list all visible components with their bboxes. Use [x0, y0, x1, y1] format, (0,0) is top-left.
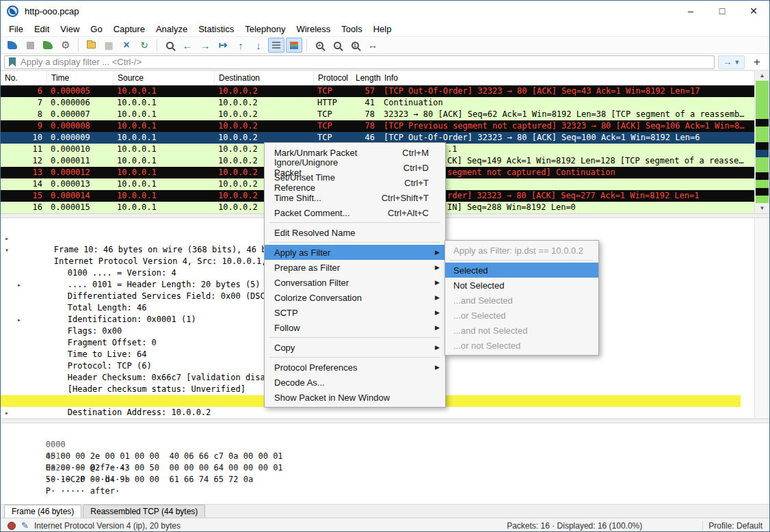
cell-time: 0.000015	[47, 202, 114, 213]
packet-row[interactable]: 7 0.000006 10.0.0.1 10.0.0.2 HTTP 41 Con…	[1, 97, 756, 109]
menu-item-packet-comment[interactable]: Packet Comment... Ctrl+Alt+C	[265, 205, 445, 220]
colorize-icon[interactable]	[286, 38, 302, 53]
menubar-item[interactable]: Tools	[336, 23, 367, 36]
menu-item-apply-as-filter[interactable]: Apply as Filter ▶	[265, 245, 445, 260]
submenu-item-not-selected[interactable]: Not Selected	[445, 278, 598, 293]
restart-capture-icon[interactable]	[40, 38, 56, 53]
save-file-icon[interactable]: ▦	[101, 38, 117, 53]
pane-splitter[interactable]	[1, 418, 769, 423]
go-to-packet-icon[interactable]: ↦	[215, 38, 231, 53]
cell-source: 10.0.0.1	[114, 167, 215, 178]
submenu-item-and-selected[interactable]: ...and Selected	[445, 293, 598, 308]
menu-item-show-packet-in-new-window[interactable]: Show Packet in New Window	[265, 390, 445, 405]
close-button[interactable]: ×	[738, 1, 769, 21]
open-file-icon[interactable]	[83, 38, 99, 53]
submenu-item-selected[interactable]: Selected	[445, 263, 598, 278]
reload-file-icon[interactable]: ↻	[136, 38, 152, 53]
capture-options-icon[interactable]: ⚙	[57, 38, 74, 53]
cell-source: 10.0.0.1	[114, 132, 215, 144]
menu-item-prepare-as-filter[interactable]: Prepare as Filter ▶	[265, 260, 445, 275]
filter-bookmark-icon[interactable]	[9, 57, 16, 67]
menu-item-time-shift[interactable]: Time Shift... Ctrl+Shift+T	[265, 190, 445, 205]
resize-columns-icon[interactable]: ↔	[364, 38, 381, 53]
menubar-item[interactable]: Telephony	[239, 23, 291, 36]
go-forward-icon[interactable]: →	[197, 38, 213, 53]
menu-item-protocol-preferences[interactable]: Protocol Preferences ▶	[265, 360, 445, 375]
capture-comment-icon[interactable]: ✎	[21, 520, 29, 531]
submenu-arrow-icon: ▶	[429, 309, 440, 316]
zoom-out-icon[interactable]: -	[329, 38, 345, 53]
column-header[interactable]: Protocol	[314, 71, 351, 85]
packet-list-scrollbar[interactable]: ▲ ▼	[754, 70, 769, 213]
cell-length: 57	[351, 85, 380, 97]
packet-bytes-pane: 0000 45 00 00 2e 00 01 00 00 40 06 66 c7…	[1, 423, 769, 504]
close-file-icon[interactable]: ×	[118, 38, 135, 53]
minimize-button[interactable]: –	[675, 1, 706, 21]
menubar-item[interactable]: Analyze	[150, 23, 193, 36]
magnifier-one-icon: 1	[351, 42, 359, 49]
go-first-packet-icon[interactable]: ↑	[233, 38, 249, 53]
expert-info-icon[interactable]	[8, 522, 16, 530]
column-header[interactable]: Time	[47, 71, 114, 85]
auto-scroll-icon[interactable]	[268, 38, 284, 53]
menu-item-sctp[interactable]: SCTP ▶	[265, 305, 445, 320]
column-header[interactable]: Source	[114, 71, 215, 85]
cell-source: 10.0.0.1	[114, 202, 215, 213]
menubar-item[interactable]: Edit	[29, 23, 55, 36]
scroll-down-icon[interactable]: ▼	[755, 203, 769, 213]
submenu-item-or-selected[interactable]: ...or Selected	[445, 308, 598, 323]
minimap-stripe	[756, 119, 769, 127]
intelligent-scrollbar-minimap[interactable]	[756, 81, 769, 203]
submenu-item-or-not-selected[interactable]: ...or not Selected	[445, 338, 598, 353]
column-header[interactable]: Destination	[215, 71, 314, 85]
scroll-up-icon[interactable]: ▲	[755, 70, 769, 81]
filter-apply-button[interactable]: → ▼	[718, 55, 745, 69]
go-back-icon[interactable]: ←	[179, 38, 196, 53]
maximize-button[interactable]: □	[706, 1, 738, 21]
chevron-down-icon: ▼	[734, 59, 740, 66]
submenu-header: Apply as Filter: ip.dst == 10.0.0.2	[445, 243, 598, 258]
cell-protocol: HTTP	[314, 97, 351, 109]
menubar-item[interactable]: View	[55, 23, 85, 36]
submenu-item-and-not-selected[interactable]: ...and not Selected	[445, 323, 598, 338]
menu-item-copy[interactable]: Copy ▶	[265, 340, 445, 355]
column-header[interactable]: Info	[380, 71, 756, 85]
column-header[interactable]: No.	[1, 71, 47, 85]
minimap-stripe	[756, 157, 769, 165]
add-filter-button-icon[interactable]: +	[748, 55, 766, 69]
menubar-item[interactable]: File	[3, 23, 29, 36]
magnifier-minus-icon: -	[334, 42, 341, 49]
status-profile[interactable]: Profile: Default	[708, 521, 762, 531]
menubar-item[interactable]: Capture	[108, 23, 150, 36]
menu-item-decode-as[interactable]: Decode As...	[265, 375, 445, 390]
minimap-stripe	[756, 150, 769, 157]
menu-item-edit-resolved-name[interactable]: Edit Resolved Name	[265, 225, 445, 240]
menubar-item[interactable]: Help	[368, 23, 397, 36]
menu-item-set-unset-time-reference[interactable]: Set/Unset Time Reference Ctrl+T	[265, 175, 445, 190]
hex-row[interactable]: 0000 45 00 00 2e 00 01 00 00 40 06 66 c7…	[6, 427, 769, 439]
detail-line[interactable]: ▸ [2 Reassembled TCP Segments (44 bytes)…	[1, 407, 741, 418]
display-filter-input[interactable]: Apply a display filter ... <Ctrl-/>	[4, 55, 715, 69]
packet-row[interactable]: 6 0.000005 10.0.0.1 10.0.0.2 TCP 57 [TCP…	[1, 85, 756, 97]
menu-item-colorize-conversation[interactable]: Colorize Conversation ▶	[265, 290, 445, 305]
start-capture-icon[interactable]	[4, 38, 21, 53]
gear-icon: ⚙	[61, 39, 70, 51]
go-last-packet-icon[interactable]: ↓	[250, 38, 267, 53]
menubar-item[interactable]: Go	[85, 23, 107, 36]
tab-frame[interactable]: Frame (46 bytes)	[4, 505, 81, 518]
hex-row[interactable]: 0010 0a 00 00 02 7e 43 00 50 00 00 00 64…	[6, 439, 769, 451]
zoom-in-icon[interactable]: +	[311, 38, 328, 53]
packet-row[interactable]: 8 0.000007 10.0.0.1 10.0.0.2 TCP 78 3232…	[1, 109, 756, 120]
cell-time: 0.000009	[47, 132, 114, 144]
menubar-item[interactable]: Statistics	[193, 23, 239, 36]
column-header[interactable]: Length	[351, 71, 380, 85]
menu-item-follow[interactable]: Follow ▶	[265, 320, 445, 335]
details-scrollbar[interactable]	[754, 218, 769, 418]
find-packet-icon[interactable]	[161, 38, 178, 53]
packet-row[interactable]: 9 0.000008 10.0.0.1 10.0.0.2 TCP 78 [TCP…	[1, 120, 756, 132]
menu-item-conversation-filter[interactable]: Conversation Filter ▶	[265, 275, 445, 290]
tab-reassembled-tcp[interactable]: Reassembled TCP (44 bytes)	[83, 505, 205, 518]
menubar-item[interactable]: Wireless	[291, 23, 336, 36]
zoom-original-icon[interactable]: 1	[347, 38, 363, 53]
stop-capture-icon[interactable]	[22, 38, 38, 53]
